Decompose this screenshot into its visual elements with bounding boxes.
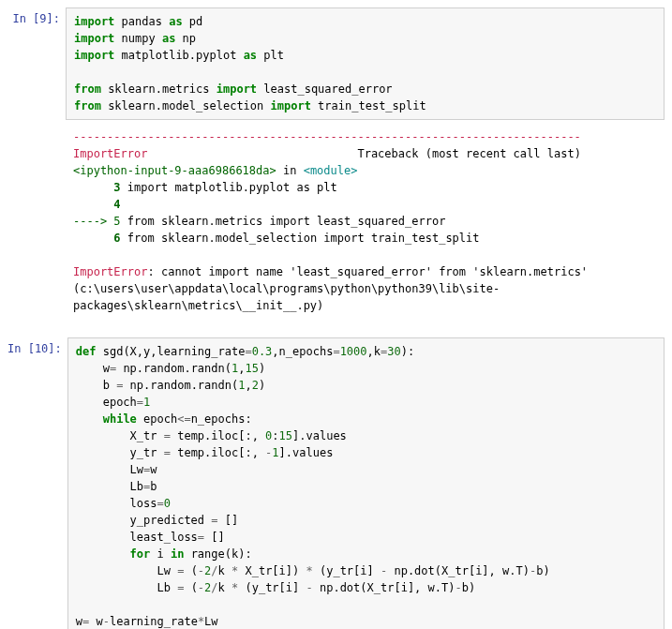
input-prompt: In [10]: <box>7 337 67 629</box>
output-prompt <box>7 124 66 319</box>
cell-spacer <box>7 322 665 337</box>
code-input[interactable]: def sgd(X,y,learning_rate=0.3,n_epochs=1… <box>67 337 665 629</box>
output-cell: ----------------------------------------… <box>7 124 665 319</box>
code-cell: In [9]:import pandas as pd import numpy … <box>7 7 665 120</box>
input-prompt: In [9]: <box>7 7 66 120</box>
code-cell: In [10]:def sgd(X,y,learning_rate=0.3,n_… <box>7 337 665 629</box>
notebook-container: In [9]:import pandas as pd import numpy … <box>7 7 665 629</box>
code-input[interactable]: import pandas as pd import numpy as np i… <box>66 7 665 120</box>
code-output: ----------------------------------------… <box>66 124 665 319</box>
